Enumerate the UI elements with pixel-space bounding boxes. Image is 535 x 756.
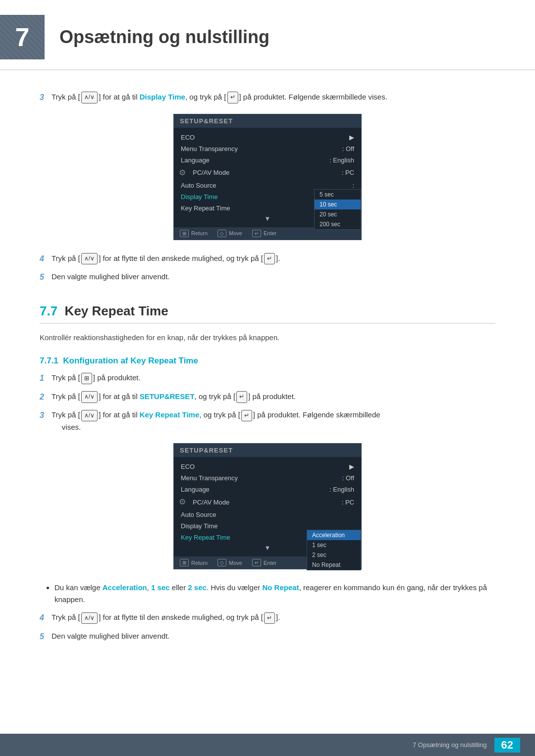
step-1-771: 1 Tryk på [⊞] på produktet.	[40, 372, 495, 385]
osd-sub-norepeat: No Repeat	[307, 560, 361, 570]
section-77-num: 7.7	[40, 303, 57, 318]
main-content: 3 Tryk på [∧/∨] for at gå til Display Ti…	[0, 70, 535, 678]
key-updown-2: ∧/∨	[81, 253, 98, 264]
step-5a-content: Den valgte mulighed bliver anvendt.	[52, 271, 495, 283]
osd-pcav-label-2: PC/AV Mode	[193, 499, 338, 506]
osd-move-label-2: Move	[229, 560, 242, 566]
osd-autosrc-label-2: Auto Source	[181, 511, 354, 518]
osd-footer-move-2: ◇ Move	[217, 559, 242, 566]
key-enter-4: ↵	[241, 410, 252, 421]
step-5-771: 5 Den valgte mulighed bliver anvendt.	[40, 630, 495, 643]
osd-transparency-val-1: : Off	[342, 145, 354, 152]
subsection-771-header: 7.7.1 Konfiguration af Key Repeat Time	[40, 356, 495, 366]
osd-autosrc-label-1: Auto Source	[181, 182, 348, 189]
osd-pcav-val-2: : PC	[342, 499, 354, 506]
step-4-first: 4 Tryk på [∧/∨] for at flytte til den øn…	[40, 252, 495, 265]
osd-move-label-1: Move	[229, 230, 242, 236]
osd-lang-val-2: : English	[329, 486, 354, 493]
step-num-5a: 5	[40, 271, 49, 284]
key-updown-3: ∧/∨	[81, 391, 98, 403]
display-time-label: Display Time	[140, 93, 185, 101]
subsection-771-title-text: Konfiguration af Key Repeat Time	[63, 356, 198, 365]
bullet-list-771: Du kan vælge Acceleration, 1 sec eller 2…	[54, 582, 495, 605]
step-num-4a: 4	[40, 252, 49, 265]
step-2-771: 2 Tryk på [∧/∨] for at gå til SETUP&RESE…	[40, 391, 495, 403]
osd-return-label-2: Return	[191, 560, 208, 566]
osd-return-icon-2: ⊞	[180, 559, 189, 566]
osd-title-1: SETUP&RESET	[174, 114, 361, 128]
section-77-title: 7.7 Key Repeat Time	[40, 303, 495, 319]
step-3b-content: Tryk på [∧/∨] for at gå til Key Repeat T…	[52, 409, 495, 433]
step-2b-content: Tryk på [∧/∨] for at gå til SETUP&RESET,…	[52, 391, 495, 403]
key-updown-1: ∧/∨	[81, 92, 98, 103]
osd-lang-val-1: : English	[329, 156, 354, 164]
step-4-771: 4 Tryk på [∧/∨] for at flytte til den øn…	[40, 611, 495, 624]
bullet-item-1: Du kan vælge Acceleration, 1 sec eller 2…	[54, 582, 495, 605]
osd-body-2: ECO ▶ Menu Transparency : Off Language :…	[174, 457, 361, 556]
osd-transparency-label-2: Menu Transparency	[181, 474, 338, 482]
osd-submenu-1: 5 sec 10 sec 20 sec 200 sec	[314, 189, 361, 230]
osd-row-displaytime-1: Display Time : 5 sec 10 sec 20 sec 200 s…	[174, 191, 361, 202]
key-updown-4: ∧/∨	[81, 410, 98, 421]
osd-eco-arrow-1: ▶	[349, 134, 354, 141]
osd-pcav-val-1: : PC	[342, 169, 354, 176]
osd-return-icon-1: ⊞	[180, 230, 189, 237]
step-num-3b: 3	[40, 409, 49, 422]
section-77-header: 7.7 Key Repeat Time	[40, 303, 495, 324]
osd-autosrc-val-1: :	[352, 182, 354, 189]
osd-enter-icon-1: ↵	[252, 230, 261, 237]
osd-sub-10sec-selected: 10 sec	[315, 200, 361, 209]
osd-sub-200sec: 200 sec	[315, 219, 361, 229]
osd-sub-2sec: 2 sec	[307, 550, 361, 560]
step-num-5b: 5	[40, 630, 49, 643]
accel-option: Acceleration	[103, 583, 147, 592]
osd-eco-arrow-2: ▶	[349, 463, 354, 470]
step-5-first: 5 Den valgte mulighed bliver anvendt.	[40, 271, 495, 284]
osd-row-transparency-2: Menu Transparency : Off	[174, 472, 361, 484]
2sec-option: 2 sec	[188, 583, 207, 592]
chapter-number: 7	[15, 22, 30, 52]
osd-footer-enter-1: ↵ Enter	[252, 230, 276, 237]
section-77-title-text: Key Repeat Time	[65, 303, 168, 318]
osd-sub-1sec: 1 sec	[307, 540, 361, 550]
osd-menu-2: SETUP&RESET ECO ▶ Menu Transparency : Of…	[173, 443, 362, 569]
gear-icon-1: ⚙	[179, 168, 189, 178]
footer-chapter-text: 7 Opsætning og nulstilling	[413, 741, 487, 749]
osd-move-icon-2: ◇	[217, 559, 226, 566]
norepeat-option: No Repeat	[262, 583, 299, 592]
osd-transparency-val-2: : Off	[342, 474, 354, 482]
osd-row-lang-1: Language : English	[174, 154, 361, 166]
gear-icon-2: ⚙	[179, 497, 189, 507]
key-enter-2: ↵	[264, 253, 275, 264]
osd-body-1: ECO ▶ Menu Transparency : Off Language :…	[174, 128, 361, 227]
osd-return-label-1: Return	[191, 230, 208, 236]
osd-submenu-2: Acceleration 1 sec 2 sec No Repeat	[307, 530, 361, 570]
1sec-option: 1 sec	[151, 583, 170, 592]
section-77-description: Kontrollér reaktionshastigheden for en k…	[40, 331, 495, 344]
osd-title-2: SETUP&RESET	[174, 444, 361, 457]
osd-footer-enter-2: ↵ Enter	[252, 559, 276, 566]
osd-row-pcav-2: ⚙ PC/AV Mode : PC	[174, 495, 361, 509]
osd-enter-icon-2: ↵	[252, 559, 261, 566]
footer-page-num: 62	[494, 738, 520, 753]
osd-row-lang-2: Language : English	[174, 484, 361, 495]
key-repeat-time-label: Key Repeat Time	[140, 410, 200, 419]
osd-row-autosrc-2: Auto Source	[174, 509, 361, 520]
osd-enter-label-1: Enter	[264, 230, 276, 236]
osd-displaytime-label-2: Display Time	[181, 522, 354, 530]
key-enter-3: ↵	[236, 391, 247, 403]
osd-footer-return-1: ⊞ Return	[180, 230, 208, 237]
step-1b-content: Tryk på [⊞] på produktet.	[52, 372, 495, 384]
step-4a-content: Tryk på [∧/∨] for at flytte til den ønsk…	[52, 252, 495, 265]
osd-row-transparency-1: Menu Transparency : Off	[174, 143, 361, 154]
osd-row-eco-1: ECO ▶	[174, 132, 361, 143]
setup-reset-label: SETUP&RESET	[140, 392, 195, 401]
osd-lang-label-1: Language	[181, 156, 325, 164]
step-num-4b: 4	[40, 611, 49, 624]
subsection-771-num: 7.7.1	[40, 356, 58, 365]
key-updown-5: ∧/∨	[81, 612, 98, 624]
osd-eco-label-1: ECO	[181, 134, 349, 141]
subsection-771-title: 7.7.1 Konfiguration af Key Repeat Time	[40, 356, 495, 366]
osd-sub-20sec: 20 sec	[315, 209, 361, 219]
key-enter-1: ↵	[227, 92, 238, 103]
